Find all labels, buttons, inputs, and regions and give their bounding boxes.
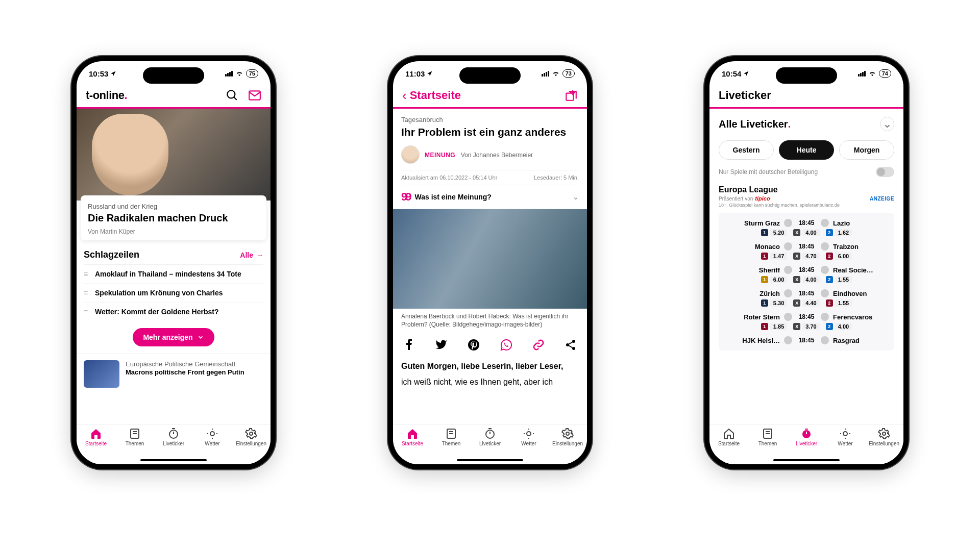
image-caption: Annalena Baerbock und Robert Habeck: Was… [401, 309, 579, 335]
hero-byline: Von Martin Küper [88, 228, 259, 235]
hero-card[interactable]: Russland und der Krieg Die Radikalen mac… [81, 195, 266, 240]
twitter-icon[interactable] [435, 339, 448, 351]
tab-liveticker[interactable]: Liveticker [471, 428, 509, 446]
match-row[interactable]: Roter Stern18:45Ferencvaros11.85X3.7024.… [719, 310, 894, 333]
tab-bar: Startseite Themen Liveticker Wetter Eins… [393, 424, 587, 464]
battery-icon: 73 [562, 69, 575, 78]
updated-date: Aktualisiert am 06.10.2022 - 05:14 Uhr [401, 174, 497, 181]
svg-line-21 [569, 346, 572, 348]
article-title: Ihr Problem ist ein ganz anderes [401, 126, 579, 138]
hero-title: Die Radikalen machen Druck [88, 212, 259, 224]
hero-image[interactable] [77, 109, 271, 201]
article-header: ‹Startseite [393, 86, 587, 107]
league-title: Europa League [719, 185, 894, 194]
all-link[interactable]: Alle → [240, 251, 263, 259]
match-row[interactable]: HJK Helsi…18:45Rasgrad [719, 333, 894, 347]
headline-item[interactable]: ≡Spekulation um Krönung von Charles [84, 284, 263, 303]
svg-point-0 [227, 90, 235, 98]
mail-icon[interactable] [248, 89, 261, 102]
seg-heute[interactable]: Heute [779, 140, 834, 160]
svg-rect-38 [805, 429, 808, 430]
tab-einstellungen[interactable]: Einstellungen [232, 428, 271, 446]
wifi-icon [552, 70, 560, 77]
tab-themen[interactable]: Themen [432, 428, 471, 446]
svg-point-33 [566, 432, 569, 435]
whatsapp-icon[interactable] [500, 339, 512, 351]
seg-gestern[interactable]: Gestern [719, 140, 774, 160]
article-para: ich weiß nicht, wie es Ihnen geht, aber … [401, 376, 579, 389]
filter-label: Nur Spiele mit deutscher Beteiligung [719, 168, 818, 176]
avatar [401, 145, 420, 164]
signal-icon [225, 71, 233, 77]
wifi-icon [235, 70, 243, 77]
match-row[interactable]: Sheriff18:45Real Socie…16.00X4.0021.55 [719, 263, 894, 286]
article-image [393, 209, 587, 309]
battery-icon: 75 [246, 69, 258, 78]
svg-line-1 [234, 97, 236, 99]
sponsor-prefix: Präsentiert von [719, 196, 753, 202]
svg-point-18 [566, 343, 569, 346]
opinion-tag: MEINUNG [425, 152, 455, 159]
headlines-title: Schlagzeilen [84, 249, 139, 260]
match-row[interactable]: Monaco18:45Trabzon11.47X4.7026.00 [719, 239, 894, 263]
tab-einstellungen[interactable]: Einstellungen [548, 428, 587, 446]
match-row[interactable]: Sturm Graz18:45Lazio15.20X4.0021.62 [719, 216, 894, 239]
article-item[interactable]: Europäische Politische Gemeinschaft Macr… [77, 354, 271, 394]
svg-point-17 [572, 340, 575, 343]
match-list: Sturm Graz18:45Lazio15.20X4.0021.62Monac… [719, 213, 894, 350]
tab-themen[interactable]: Themen [748, 428, 787, 446]
svg-point-19 [572, 347, 575, 350]
status-time: 11:03 [405, 69, 425, 78]
signal-icon [858, 71, 866, 77]
battery-icon: 74 [879, 69, 891, 78]
ad-label: ANZEIGE [870, 196, 894, 202]
status-time: 10:53 [89, 69, 108, 78]
opinion-expander[interactable]: 99 Was ist eine Meinung? ⌄ [401, 185, 579, 209]
search-icon[interactable] [226, 89, 239, 102]
hero-kicker: Russland und der Krieg [88, 203, 259, 210]
tab-liveticker[interactable]: Liveticker [154, 428, 193, 446]
tab-bar: Startseite Themen Liveticker Wetter Eins… [77, 424, 271, 464]
svg-point-14 [250, 432, 253, 435]
svg-point-28 [527, 432, 531, 436]
seg-morgen[interactable]: Morgen [839, 140, 894, 160]
link-icon[interactable] [532, 339, 545, 351]
chevron-down-icon: ⌄ [573, 193, 579, 201]
show-more-button[interactable]: Mehr anzeigen [133, 328, 214, 346]
disclaimer: 18+. Glücksspiel kann süchtig machen. sp… [719, 203, 894, 208]
wifi-icon [868, 70, 876, 77]
article-thumb [84, 360, 119, 388]
headline-item[interactable]: ≡Wetter: Kommt der Goldene Herbst? [84, 303, 263, 321]
tab-startseite[interactable]: Startseite [709, 428, 748, 446]
share-icon[interactable] [565, 339, 577, 351]
pinterest-icon[interactable] [468, 339, 480, 351]
facebook-icon[interactable] [403, 339, 415, 351]
german-only-toggle[interactable] [876, 167, 894, 177]
all-liveticker-dropdown[interactable]: Alle Liveticker. ⌄ [719, 117, 894, 131]
back-button[interactable]: ‹Startseite [402, 89, 461, 102]
tab-wetter[interactable]: Wetter [826, 428, 865, 446]
author: Von Johannes Bebermeier [461, 152, 533, 159]
svg-line-20 [569, 342, 572, 344]
svg-point-39 [843, 432, 847, 436]
headline-item[interactable]: ≡Amoklauf in Thailand – mindestens 34 To… [84, 265, 263, 284]
status-time: 10:54 [722, 69, 741, 78]
tab-wetter[interactable]: Wetter [193, 428, 232, 446]
article-kicker: Europäische Politische Gemeinschaft [126, 360, 244, 368]
share-icon[interactable] [565, 89, 578, 102]
tab-startseite[interactable]: Startseite [77, 428, 115, 446]
sponsor-logo: tipico [755, 195, 770, 202]
read-time: Lesedauer: 5 Min. [534, 174, 579, 181]
tab-themen[interactable]: Themen [115, 428, 154, 446]
quote-icon: 99 [401, 190, 409, 204]
svg-point-44 [883, 432, 886, 435]
match-row[interactable]: Zürich18:45Eindhoven15.30X4.4021.55 [719, 286, 894, 310]
tab-wetter[interactable]: Wetter [509, 428, 548, 446]
brand-logo[interactable]: t-online. [86, 89, 127, 102]
article-kicker: Tagesanbruch [401, 116, 579, 123]
tab-liveticker[interactable]: Liveticker [787, 428, 826, 446]
tab-einstellungen[interactable]: Einstellungen [865, 428, 903, 446]
page-title: Liveticker [709, 86, 903, 107]
tab-startseite[interactable]: Startseite [393, 428, 432, 446]
chevron-down-icon: ⌄ [880, 117, 894, 131]
